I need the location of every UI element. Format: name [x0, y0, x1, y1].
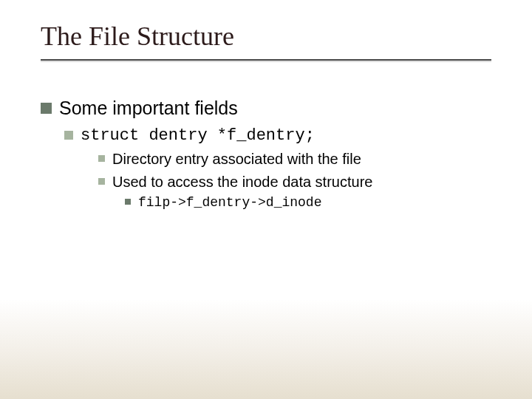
bullet-level-1: Some important fields — [41, 98, 491, 119]
square-bullet-icon — [41, 103, 52, 114]
square-bullet-icon — [64, 131, 73, 140]
bullet-level-2: struct dentry *f_dentry; — [64, 126, 491, 145]
bullet-text-code: struct dentry *f_dentry; — [81, 126, 315, 145]
bullet-text: Some important fields — [59, 98, 238, 119]
slide-title: The File Structure — [41, 21, 491, 52]
bullet-level-4: filp->f_dentry->d_inode — [125, 195, 491, 210]
slide: The File Structure Some important fields… — [0, 0, 532, 399]
title-underline — [41, 59, 491, 61]
bullet-level-3: Used to access the inode data structure — [98, 174, 491, 191]
square-bullet-icon — [98, 178, 105, 185]
slide-body: Some important fields struct dentry *f_d… — [41, 98, 491, 210]
title-area: The File Structure — [41, 21, 491, 61]
square-bullet-icon — [125, 199, 131, 205]
bullet-text: Used to access the inode data structure — [112, 174, 372, 191]
bullet-text: Directory entry associated with the file — [112, 151, 361, 168]
square-bullet-icon — [98, 155, 105, 162]
bullet-level-3: Directory entry associated with the file — [98, 151, 491, 168]
bullet-text-code: filp->f_dentry->d_inode — [138, 195, 321, 210]
